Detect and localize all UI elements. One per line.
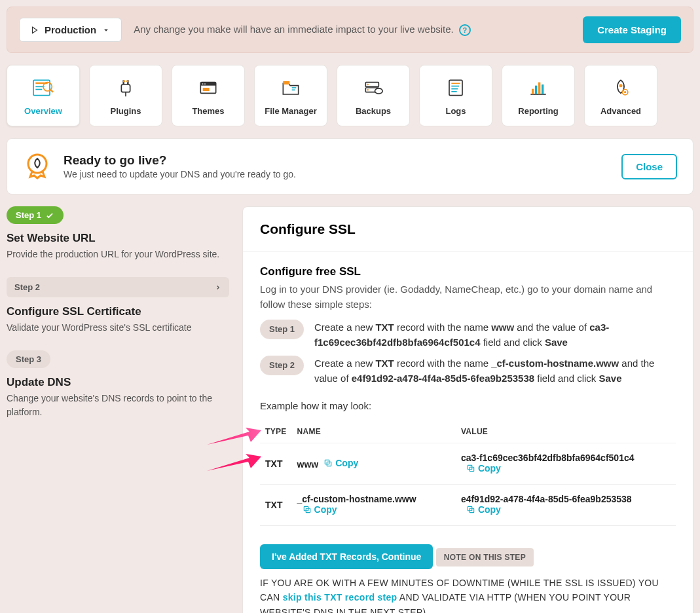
check-icon xyxy=(45,211,54,220)
banner-sub: We just need to update your DNS and you'… xyxy=(64,169,296,179)
copy-button[interactable]: Copy xyxy=(466,463,501,474)
chevron-right-icon xyxy=(215,283,221,292)
copy-icon xyxy=(323,458,333,468)
help-icon[interactable]: ? xyxy=(459,24,471,36)
arrow-annotation xyxy=(204,425,263,449)
reporting-icon xyxy=(525,76,551,100)
svg-point-9 xyxy=(123,80,125,82)
tab-advanced[interactable]: Advanced xyxy=(584,65,657,126)
th-type: TYPE xyxy=(260,420,292,443)
arrow-annotation xyxy=(204,451,263,475)
tab-backups[interactable]: Backups xyxy=(337,65,410,126)
th-name: NAME xyxy=(292,420,456,443)
tabs: Overview Plugins Themes File Manager Bac… xyxy=(7,65,693,126)
tab-themes[interactable]: Themes xyxy=(172,65,245,126)
main-subtitle: Configure free SSL xyxy=(260,265,676,278)
environment-dropdown[interactable]: Production xyxy=(19,18,122,42)
svg-rect-17 xyxy=(283,81,289,84)
rocket-icon xyxy=(608,76,634,100)
step1-desc: Provide the production URL for your Word… xyxy=(7,248,229,261)
svg-point-22 xyxy=(367,83,369,85)
svg-rect-16 xyxy=(203,88,210,91)
copy-icon xyxy=(466,464,475,473)
environment-label: Production xyxy=(45,24,96,35)
step3-title: Update DNS xyxy=(7,376,229,389)
topbar-message: Any change you make will have an immedia… xyxy=(134,24,571,36)
themes-icon xyxy=(195,76,221,100)
caret-down-icon xyxy=(101,26,111,35)
svg-rect-32 xyxy=(535,85,537,94)
tab-plugins[interactable]: Plugins xyxy=(89,65,162,126)
play-icon xyxy=(30,26,39,35)
copy-icon xyxy=(466,505,475,514)
main-panel: Configure SSL Configure free SSL Log in … xyxy=(242,206,693,613)
svg-rect-34 xyxy=(542,84,543,94)
svg-point-23 xyxy=(367,89,369,91)
svg-line-5 xyxy=(51,90,53,92)
copy-icon xyxy=(303,505,312,514)
instruction-step2: Step 2 Create a new TXT record with the … xyxy=(260,356,676,386)
table-row: TXT wwwCopy ca3-f1c69cec36bf42dfb8bfa696… xyxy=(260,443,676,485)
step2-desc: Validate your WordPress site's SSL certi… xyxy=(7,321,229,335)
svg-rect-6 xyxy=(121,84,130,92)
svg-rect-33 xyxy=(538,82,540,94)
go-live-banner: Ready to go live? We just need to update… xyxy=(7,138,693,195)
table-row: TXT _cf-custom-hostname.wwwCopy e4f91d92… xyxy=(260,485,676,526)
step3-desc: Change your website's DNS records to poi… xyxy=(7,392,229,419)
dns-table: TYPE NAME VALUE TXT wwwCopy ca3-f1c69cec… xyxy=(260,420,676,526)
step1-pill: Step 1 xyxy=(7,206,64,224)
main-title: Configure SSL xyxy=(260,221,676,237)
svg-point-38 xyxy=(28,155,46,173)
svg-point-24 xyxy=(375,88,383,93)
note-text: IF YOU ARE OK WITH A FEW MINUTES OF DOWN… xyxy=(260,576,676,613)
svg-point-14 xyxy=(202,83,204,84)
main-intro: Log in to your DNS provider (ie. Godaddy… xyxy=(260,282,676,312)
tab-logs[interactable]: Logs xyxy=(419,65,492,126)
copy-button[interactable]: Copy xyxy=(323,458,358,468)
step3-pill: Step 3 xyxy=(7,350,50,368)
example-label: Example how it may look: xyxy=(260,400,676,411)
skip-link[interactable]: skip this TXT record step xyxy=(283,592,397,603)
plug-icon xyxy=(113,76,139,100)
copy-button[interactable]: Copy xyxy=(466,504,501,515)
overview-icon xyxy=(30,76,56,100)
folder-icon xyxy=(278,76,304,100)
svg-point-37 xyxy=(624,91,626,93)
steps-sidebar: Step 1 Set Website URL Provide the produ… xyxy=(7,206,229,613)
note-badge: NOTE ON THIS STEP xyxy=(436,548,534,567)
svg-rect-25 xyxy=(449,80,462,95)
create-staging-button[interactable]: Create Staging xyxy=(583,16,681,43)
step1-title: Set Website URL xyxy=(7,232,229,245)
close-button[interactable]: Close xyxy=(621,154,677,179)
topbar: Production Any change you make will have… xyxy=(7,7,693,53)
svg-point-35 xyxy=(619,84,623,87)
badge-icon xyxy=(23,152,52,181)
instruction-step1: Step 1 Create a new TXT record with the … xyxy=(260,320,676,350)
svg-rect-31 xyxy=(532,88,534,94)
tab-reporting[interactable]: Reporting xyxy=(502,65,575,126)
backups-icon xyxy=(360,76,386,100)
step2-pill[interactable]: Step 2 xyxy=(7,277,229,297)
logs-icon xyxy=(443,76,469,100)
tab-file-manager[interactable]: File Manager xyxy=(254,65,327,126)
step2-title: Configure SSL Certificate xyxy=(7,305,229,318)
banner-title: Ready to go live? xyxy=(64,153,296,168)
copy-button[interactable]: Copy xyxy=(303,504,337,515)
tab-overview[interactable]: Overview xyxy=(7,65,80,126)
continue-button[interactable]: I've Added TXT Records, Continue xyxy=(260,544,433,569)
th-value: VALUE xyxy=(456,420,676,443)
svg-point-10 xyxy=(126,80,128,82)
svg-point-15 xyxy=(204,83,206,84)
